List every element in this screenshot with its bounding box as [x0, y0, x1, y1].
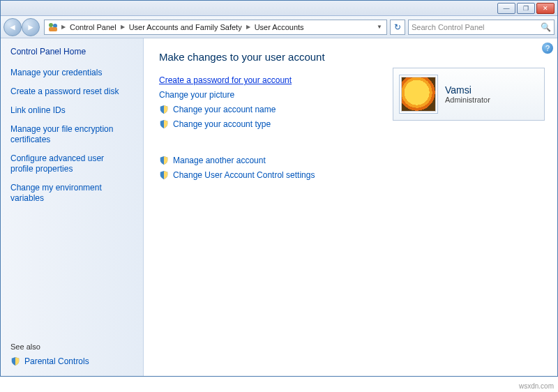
forward-button[interactable]: ►	[22, 18, 40, 36]
action-manage-another[interactable]: Manage another account	[159, 156, 545, 165]
control-panel-window: — ❐ ✕ ◄ ► ▶ Control Panel ▶ User Account…	[0, 0, 558, 377]
shield-icon	[159, 119, 169, 129]
action-uac-settings[interactable]: Change User Account Control settings	[159, 170, 545, 180]
sidebar-link-encryption-certs[interactable]: Manage your file encryption certificates	[10, 124, 129, 145]
shield-icon	[159, 156, 169, 165]
parental-controls-label: Parental Controls	[24, 356, 89, 366]
nav-buttons: ◄ ►	[3, 18, 40, 36]
sidebar-link-env-vars[interactable]: Change my environment variables	[10, 183, 129, 204]
breadcrumb[interactable]: ▶ Control Panel ▶ User Accounts and Fami…	[44, 20, 387, 35]
refresh-button[interactable]: ↻	[390, 20, 405, 35]
svg-point-0	[49, 23, 53, 27]
user-role: Administrator	[445, 96, 490, 104]
sidebar-link-password-reset-disk[interactable]: Create a password reset disk	[10, 86, 129, 97]
body: Control Panel Home Manage your credentia…	[1, 38, 557, 376]
see-also-label: See also	[10, 342, 135, 351]
action-link[interactable]: Change your picture	[159, 90, 234, 100]
search-placeholder: Search Control Panel	[412, 23, 485, 31]
svg-rect-2	[49, 27, 57, 31]
chevron-right-icon: ▶	[60, 24, 67, 30]
breadcrumb-dropdown[interactable]: ▼	[374, 24, 385, 30]
close-button[interactable]: ✕	[536, 3, 555, 14]
avatar-frame	[399, 75, 438, 114]
user-card: Vamsi Administrator	[393, 68, 545, 121]
control-panel-home-link[interactable]: Control Panel Home	[10, 47, 135, 56]
shield-icon	[10, 356, 20, 366]
user-accounts-icon	[47, 22, 59, 33]
spacer	[159, 134, 545, 151]
action-link[interactable]: Change your account type	[173, 119, 271, 129]
page-heading: Make changes to your user account	[159, 51, 545, 63]
back-button[interactable]: ◄	[3, 18, 22, 36]
user-info: Vamsi Administrator	[445, 84, 490, 104]
action-link[interactable]: Manage another account	[173, 156, 266, 165]
action-link[interactable]: Create a password for your account	[159, 75, 292, 85]
breadcrumb-user-accounts[interactable]: User Accounts	[252, 23, 307, 31]
sidebar: Control Panel Home Manage your credentia…	[1, 38, 144, 376]
shield-icon	[159, 105, 169, 114]
shield-icon	[159, 170, 169, 180]
sidebar-link-advanced-profile[interactable]: Configure advanced user profile properti…	[10, 153, 129, 174]
minimize-button[interactable]: —	[497, 3, 515, 14]
parental-controls-link[interactable]: Parental Controls	[10, 356, 135, 366]
titlebar: — ❐ ✕	[1, 1, 557, 16]
action-link[interactable]: Change User Account Control settings	[173, 170, 315, 180]
help-button[interactable]: ?	[542, 43, 553, 54]
action-change-type[interactable]: Change your account type	[159, 119, 545, 129]
breadcrumb-user-accounts-family[interactable]: User Accounts and Family Safety	[126, 23, 245, 31]
action-link[interactable]: Change your account name	[173, 105, 276, 114]
sidebar-link-credentials[interactable]: Manage your credentials	[10, 68, 129, 78]
maximize-button[interactable]: ❐	[517, 3, 535, 14]
breadcrumb-control-panel[interactable]: Control Panel	[67, 23, 119, 31]
toolbar: ◄ ► ▶ Control Panel ▶ User Accounts and …	[1, 16, 557, 38]
chevron-right-icon: ▶	[245, 24, 252, 30]
avatar-image	[401, 77, 436, 112]
content-area: ? Make changes to your user account Crea…	[144, 38, 557, 376]
chevron-right-icon: ▶	[119, 24, 126, 30]
sidebar-link-online-ids[interactable]: Link online IDs	[10, 105, 129, 116]
search-input[interactable]: Search Control Panel 🔍	[408, 20, 555, 35]
user-name: Vamsi	[445, 84, 490, 96]
search-icon: 🔍	[541, 22, 551, 32]
